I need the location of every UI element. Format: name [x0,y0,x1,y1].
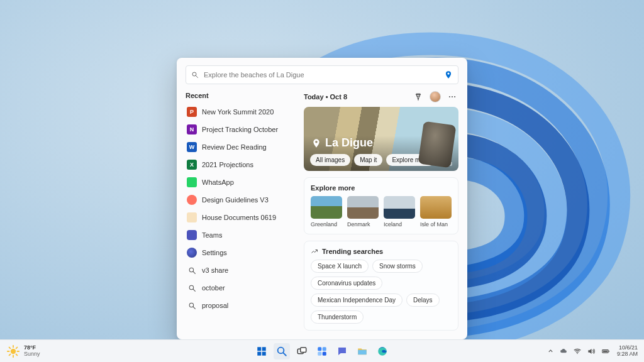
edge-button[interactable] [374,343,391,359]
svg-rect-28 [318,347,321,351]
chat-button[interactable] [334,343,350,359]
recent-item-label: Teams [202,231,222,239]
volume-icon[interactable] [587,347,596,356]
today-hero[interactable]: La Digue All imagesMap itExplore more Mi… [304,107,458,171]
hero-pill[interactable]: Map it [354,154,382,166]
recent-item[interactable]: v3 share [186,261,296,279]
svg-rect-36 [603,350,608,351]
recent-item-label: v3 share [202,266,228,274]
recent-item-label: october [202,284,225,292]
recent-item-label: 2021 Projections [202,161,253,168]
explorer-button[interactable] [354,343,370,359]
svg-line-18 [16,347,18,348]
svg-line-7 [193,307,195,309]
svg-rect-31 [323,351,326,355]
trending-chip[interactable]: Mexican Independence Day [311,293,402,307]
tm-icon [187,230,197,240]
svg-point-4 [189,285,194,290]
svg-point-33 [577,353,578,354]
recent-item-label: Settings [202,249,227,256]
recent-item-label: proposal [202,302,228,309]
sr-icon [187,300,197,310]
search-button[interactable] [274,343,290,359]
trending-title: Trending searches [311,248,452,255]
explore-caption: Denmark [347,221,379,228]
recent-item-label: House Documents 0619 [202,214,276,221]
explore-tile[interactable]: Iceland [384,196,415,228]
recent-item[interactable]: WReview Dec Reading [186,138,296,156]
recent-item[interactable]: october [186,279,296,297]
recent-item[interactable]: Design Guidelines V3 [186,191,296,209]
sr-icon [187,265,197,275]
recent-item[interactable]: PNew York Summit 2020 [186,103,296,121]
svg-point-10 [454,96,455,97]
weather-widget[interactable]: 78°FSunny [6,344,40,358]
recent-item[interactable]: House Documents 0619 [186,209,296,226]
pin-icon [311,138,321,148]
location-icon[interactable] [444,70,453,79]
explore-thumb [311,196,342,219]
trending-icon [311,248,318,255]
taskbar[interactable]: 78°FSunny 10/6/21 9:28 AM [0,339,644,362]
start-button[interactable] [253,343,270,359]
more-icon[interactable] [446,90,458,103]
recent-item[interactable]: Settings [186,244,296,261]
hero-title: La Digue [311,136,373,150]
pp-icon: P [187,107,197,117]
explore-thumb [384,196,415,219]
trending-chip[interactable]: Coronavirus updates [311,277,382,290]
svg-point-24 [278,347,284,353]
wd-icon: W [187,142,197,152]
chevron-up-icon[interactable] [547,348,554,354]
explore-caption: Iceland [384,221,415,228]
clock-time: 9:28 AM [617,351,638,357]
recent-item[interactable]: NProject Tracking October [186,121,296,138]
system-tray[interactable] [547,347,611,356]
explore-caption: Greenland [311,221,342,228]
trending-chip[interactable]: Space X launch [311,260,369,273]
svg-point-6 [189,303,194,307]
svg-rect-20 [257,347,261,351]
recent-item[interactable]: proposal [186,297,296,314]
trending-chip[interactable]: Snow storms [372,260,423,273]
hero-pill[interactable]: Explore more [386,154,435,166]
svg-line-5 [193,289,195,291]
explore-tile[interactable]: Greenland [311,196,342,228]
fg-icon [187,195,197,205]
explore-more-title: Explore more [311,184,452,192]
wa-icon [187,177,197,187]
trending-chip[interactable]: Thunderstorm [311,310,364,324]
search-input[interactable] [204,71,439,79]
search-bar[interactable] [186,65,458,84]
explore-thumb [420,196,452,219]
wifi-icon[interactable] [573,347,582,356]
battery-icon[interactable] [601,347,611,356]
recent-item-label: Design Guidelines V3 [202,196,269,204]
svg-rect-29 [323,347,326,351]
svg-point-11 [11,348,16,353]
fd-icon [187,212,197,222]
task-view-button[interactable] [294,343,310,359]
rewards-icon[interactable] [412,90,425,103]
recent-item-label: Project Tracking October [202,126,278,133]
taskbar-center [253,343,391,359]
recent-item[interactable]: X2021 Projections [186,156,296,173]
account-avatar[interactable] [430,91,441,102]
explore-tile[interactable]: Denmark [347,196,379,228]
onedrive-icon[interactable] [559,347,568,356]
clock[interactable]: 10/6/21 9:28 AM [617,345,638,357]
svg-line-19 [9,354,11,355]
explore-more-card: Explore more GreenlandDenmarkIcelandIsle… [304,177,458,234]
svg-line-17 [16,354,18,355]
today-column: Today • Oct 8 La Digue All imagesMap itE… [304,90,458,331]
recent-item[interactable]: Teams [186,226,296,244]
explore-tile[interactable]: Isle of Man [420,196,452,228]
svg-point-8 [449,96,450,97]
hero-pill[interactable]: All images [310,154,350,166]
explore-caption: Isle of Man [420,221,452,228]
trending-chip[interactable]: Delays [406,293,440,307]
svg-point-2 [189,268,194,272]
recent-item[interactable]: WhatsApp [186,173,296,191]
widgets-button[interactable] [314,343,330,359]
svg-rect-23 [262,351,266,355]
